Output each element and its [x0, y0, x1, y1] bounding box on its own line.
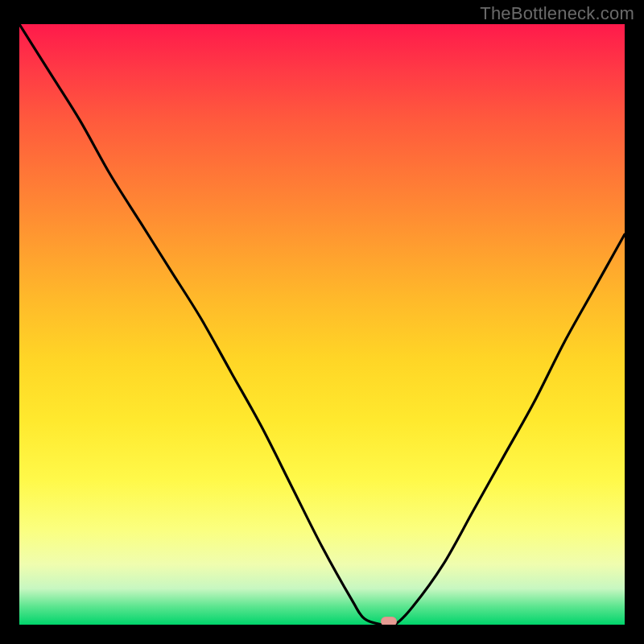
chart-frame: TheBottleneck.com: [0, 0, 644, 644]
watermark-text: TheBottleneck.com: [480, 3, 634, 24]
plot-area: [19, 24, 625, 625]
minimum-marker: [381, 617, 397, 625]
bottleneck-curve: [19, 24, 625, 625]
